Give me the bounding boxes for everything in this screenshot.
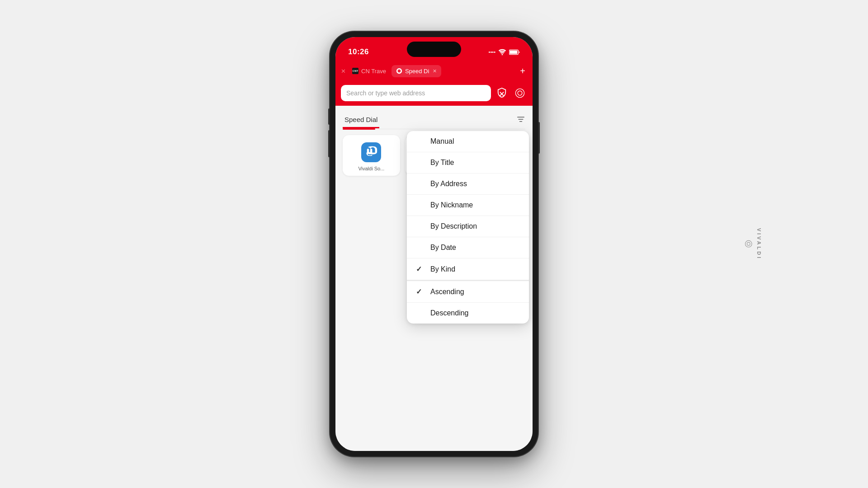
- dynamic-island: [407, 42, 461, 57]
- svg-rect-2: [509, 50, 517, 54]
- sort-manual[interactable]: Manual: [407, 131, 529, 152]
- speed-dial-tab-label: Speed Dial: [344, 116, 377, 123]
- vivaldi-social-icon: [361, 142, 381, 162]
- svg-point-11: [747, 243, 750, 246]
- svg-point-6: [518, 91, 522, 95]
- tab-speed-dial[interactable]: Speed Di ✕: [392, 65, 441, 77]
- sort-ascending-label: Ascending: [430, 288, 464, 296]
- descending-check: [416, 309, 425, 317]
- svg-point-10: [745, 241, 752, 248]
- sort-by-date[interactable]: By Date: [407, 237, 529, 258]
- svg-point-5: [515, 89, 524, 97]
- sort-dropdown: Manual By Title By Address By Ni: [407, 131, 529, 324]
- speed-dial-tabs: Speed Dial: [343, 112, 379, 128]
- tab-bar: ✕ CNT CN Trave: [335, 61, 533, 81]
- speed-dial-tab[interactable]: Speed Dial: [343, 112, 379, 128]
- by-title-check: [416, 159, 425, 167]
- sort-by-nickname[interactable]: By Nickname: [407, 195, 529, 216]
- tab-cn-travel[interactable]: CNT CN Trave: [348, 65, 391, 77]
- wifi-icon: [498, 49, 506, 55]
- tab-cn-travel-label: CN Trave: [361, 68, 386, 75]
- sort-manual-label: Manual: [430, 137, 454, 145]
- address-placeholder: Search or type web address: [346, 89, 425, 97]
- vivaldi-watermark: VIVALDI: [743, 228, 762, 260]
- sort-by-address[interactable]: By Address: [407, 174, 529, 195]
- volume-up-button[interactable]: [328, 108, 330, 125]
- phone-screen: 10:26 ••••: [335, 37, 533, 451]
- address-bar[interactable]: Search or type web address: [341, 85, 491, 101]
- battery-icon: [509, 49, 520, 55]
- sort-by-date-label: By Date: [430, 244, 456, 252]
- status-icons: ••••: [489, 49, 520, 55]
- sort-descending-label: Descending: [430, 309, 469, 317]
- new-tab-button[interactable]: +: [516, 64, 529, 78]
- phone-device: 10:26 ••••: [330, 32, 538, 456]
- sort-by-description[interactable]: By Description: [407, 216, 529, 237]
- sort-by-kind[interactable]: ✓ By Kind: [407, 258, 529, 280]
- by-nickname-check: [416, 201, 425, 209]
- volume-down-button[interactable]: [328, 130, 330, 157]
- sort-ascending[interactable]: ✓ Ascending: [407, 280, 529, 303]
- shield-icon[interactable]: [495, 86, 509, 100]
- speed-dial-header: Speed Dial: [335, 106, 533, 128]
- vivaldi-icon[interactable]: [513, 86, 527, 100]
- sort-by-kind-label: By Kind: [430, 265, 455, 273]
- vivaldi-social-label: Vivaldi So...: [358, 166, 384, 171]
- tab-cn-travel-favicon: CNT: [352, 68, 359, 74]
- tab-cn-travel-close[interactable]: ✕: [340, 66, 347, 76]
- sort-descending[interactable]: Descending: [407, 303, 529, 324]
- sort-by-title[interactable]: By Title: [407, 152, 529, 174]
- vivaldi-watermark-text: VIVALDI: [756, 228, 762, 260]
- content-area: Speed Dial: [335, 106, 533, 451]
- signal-icon: ••••: [489, 49, 495, 55]
- status-time: 10:26: [348, 47, 369, 56]
- sort-by-title-label: By Title: [430, 159, 454, 167]
- sort-by-nickname-label: By Nickname: [430, 201, 473, 209]
- sort-by-address-label: By Address: [430, 180, 467, 188]
- speed-dial-item-vivaldi-social[interactable]: Vivaldi So...: [343, 135, 400, 176]
- tab-speed-dial-close[interactable]: ✕: [433, 68, 437, 74]
- sort-by-description-label: By Description: [430, 222, 477, 230]
- vivaldi-watermark-icon: [743, 240, 753, 248]
- power-button[interactable]: [538, 122, 540, 154]
- tab-speed-dial-label: Speed Di: [405, 68, 429, 75]
- by-date-check: [416, 244, 425, 252]
- status-bar: 10:26 ••••: [335, 37, 533, 61]
- by-address-check: [416, 180, 425, 188]
- tab-speed-dial-favicon: [396, 68, 402, 74]
- address-row: Search or type web address: [335, 81, 533, 106]
- by-description-check: [416, 222, 425, 230]
- by-kind-check: ✓: [416, 265, 425, 273]
- svg-point-0: [502, 54, 503, 56]
- manual-check: [416, 137, 425, 145]
- filter-button[interactable]: [516, 116, 525, 125]
- ascending-check: ✓: [416, 287, 425, 296]
